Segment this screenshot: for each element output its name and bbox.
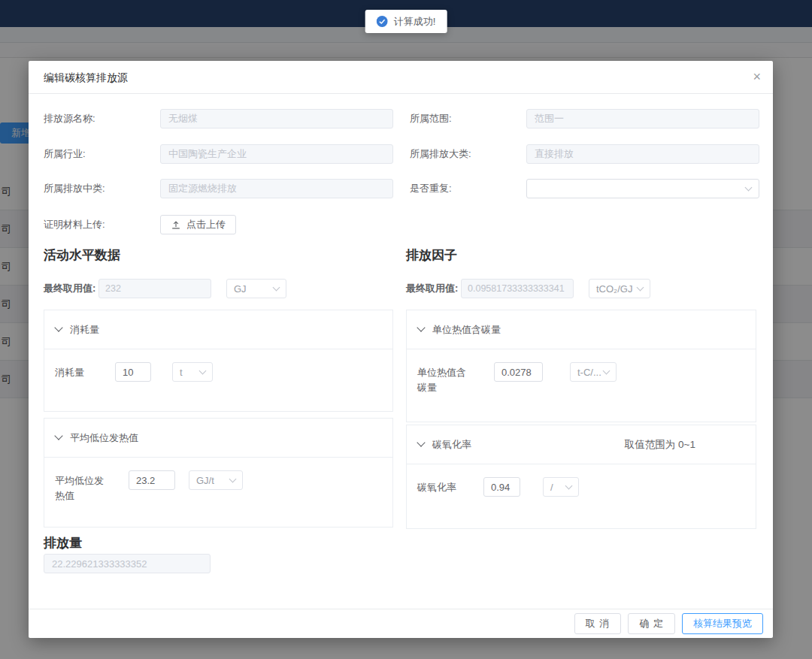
select-value: / [550,482,553,493]
activity-final-input [98,279,211,298]
chevron-down-icon [745,184,753,192]
close-icon[interactable]: × [753,69,761,84]
chevron-down-icon [199,367,207,375]
field-label: 是否重复: [410,182,526,195]
chevron-down-icon [229,476,237,483]
metric-label: 平均低位发热值 [55,470,129,503]
factor-final-input [461,279,574,298]
field-source-name: 排放源名称: [44,109,393,128]
factor-unit-select: tCO₂/GJ [589,279,650,298]
metric-label: 消耗量 [55,362,115,380]
upload-button[interactable]: 点击上传 [160,215,236,234]
field-label: 所属范围: [410,112,526,125]
field-label: 所属排放大类: [410,147,526,161]
preview-result-button[interactable]: 核算结果预览 [682,613,763,634]
chevron-down-icon [637,284,644,292]
field-duplicate: 是否重复: [410,179,759,198]
dialog-title: 编辑碳核算排放源 [44,61,128,94]
field-label: 所属排放中类: [44,182,160,195]
field-upload: 证明材料上传: 点击上传 [44,215,236,234]
select-value: t-C/... [577,367,601,378]
select-value: tCO₂/GJ [596,283,632,295]
oxidation-rate-panel: 碳氧化率 取值范围为 0~1 碳氧化率 / [406,425,756,529]
toast-text: 计算成功! [394,15,436,29]
heating-value-unit-select: GJ/t [189,470,243,490]
field-label: 所属行业: [44,147,160,161]
final-value-label: 最终取用值: [406,282,461,295]
dialog-footer: 取 消 确 定 核算结果预览 [29,609,773,638]
chevron-down-icon [417,323,425,331]
chevron-down-icon [565,482,573,490]
select-value: GJ [234,283,247,295]
edit-emission-source-dialog: 编辑碳核算排放源 × 排放源名称: 所属范围: 所属行业: 所属排放大类: 所属… [29,61,773,638]
metric-label: 单位热值含碳量 [417,362,494,395]
chevron-down-icon [54,323,62,331]
carbon-content-panel: 单位热值含碳量 单位热值含碳量 t-C/... [406,310,756,422]
select-value: t [180,367,183,378]
field-label: 证明材料上传: [44,218,160,231]
panel-header-oxidation-rate[interactable]: 碳氧化率 取值范围为 0~1 [407,425,756,464]
oxidation-rate-input[interactable] [483,477,520,497]
panel-title: 平均低位发热值 [70,431,138,445]
factor-final-row: 最终取用值: tCO₂/GJ [406,279,650,298]
heating-value-input[interactable] [129,470,175,490]
chevron-down-icon [273,284,280,292]
upload-button-label: 点击上传 [186,218,226,231]
major-category-input [526,144,759,164]
value-range-note: 取值范围为 0~1 [625,425,695,464]
confirm-button[interactable]: 确 定 [628,613,675,634]
consumption-input[interactable] [115,362,151,382]
activity-section-title: 活动水平数据 [44,246,120,264]
field-scope: 所属范围: [410,109,759,128]
field-mid-category: 所属排放中类: [44,179,393,198]
panel-body: 碳氧化率 / [407,464,756,509]
field-industry: 所属行业: [44,144,393,164]
panel-body: 平均低位发热值 GJ/t [44,458,392,516]
industry-input [160,144,393,164]
factor-section-title: 排放因子 [406,246,457,264]
consumption-panel: 消耗量 消耗量 t [44,310,393,412]
panel-header-consumption[interactable]: 消耗量 [44,310,392,349]
chevron-down-icon [54,431,62,440]
duplicate-select[interactable] [526,179,759,198]
mid-category-input [160,179,393,198]
heating-value-panel: 平均低位发热值 平均低位发热值 GJ/t [44,418,393,528]
upload-icon [171,219,181,230]
panel-header-carbon-content[interactable]: 单位热值含碳量 [407,310,756,349]
cancel-button[interactable]: 取 消 [574,613,622,634]
dialog-header: 编辑碳核算排放源 × [29,61,773,94]
chevron-down-icon [417,438,425,446]
emission-section-title: 排放量 [44,534,82,552]
panel-body: 消耗量 t [44,349,392,394]
panel-header-heating-value[interactable]: 平均低位发热值 [44,419,392,458]
success-check-icon [377,16,388,27]
activity-unit-select: GJ [226,279,286,298]
panel-body: 单位热值含碳量 t-C/... [407,349,756,408]
panel-title: 碳氧化率 [432,438,471,452]
metric-label: 碳氧化率 [417,477,483,495]
oxidation-rate-unit-select: / [543,477,579,497]
select-value: GJ/t [196,475,214,486]
carbon-content-input[interactable] [494,362,543,382]
consumption-unit-select: t [172,362,213,382]
carbon-content-unit-select: t-C/... [570,362,617,382]
final-value-label: 最终取用值: [44,282,98,295]
toast-message: 计算成功! [365,10,447,33]
field-major-category: 所属排放大类: [410,144,759,164]
source-name-input [160,109,393,128]
field-label: 排放源名称: [44,112,160,125]
panel-title: 单位热值含碳量 [432,323,501,337]
panel-title: 消耗量 [70,323,99,337]
emission-result-input [44,554,211,573]
activity-final-row: 最终取用值: GJ [44,279,286,298]
chevron-down-icon [603,367,611,375]
scope-input [526,109,759,128]
